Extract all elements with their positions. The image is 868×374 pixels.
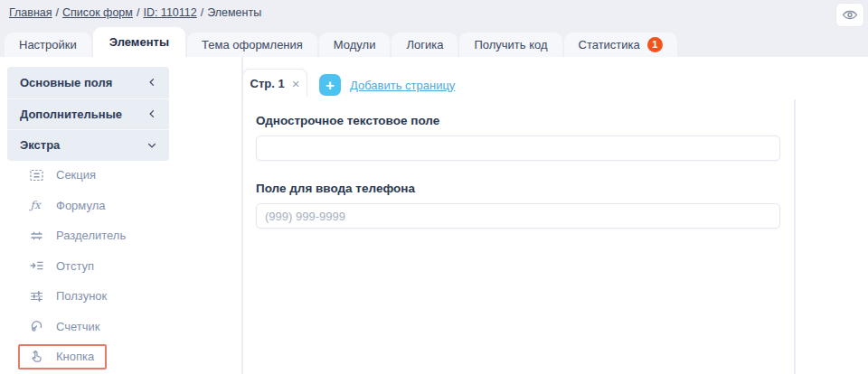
- sidebar-content-divider: [241, 57, 243, 374]
- group-label: Экстра: [20, 138, 60, 152]
- tab-settings[interactable]: Настройки: [5, 33, 91, 57]
- group-label: Дополнительные: [20, 108, 122, 121]
- breadcrumb-separator: /: [137, 6, 139, 19]
- content-right-divider: [794, 99, 796, 374]
- chevron-down-icon: [146, 140, 157, 151]
- item-label: Формула: [56, 199, 105, 212]
- breadcrumb: Главная/Список форм/ID: 110112/Элементы: [9, 6, 261, 19]
- add-page-group: + Добавить страницу: [319, 74, 455, 96]
- sidebar-item-slider[interactable]: Ползунок: [7, 281, 188, 312]
- single-line-text-input[interactable]: [256, 136, 780, 161]
- preview-button[interactable]: [835, 3, 864, 27]
- breadcrumb-link-form-id[interactable]: ID: 110112: [143, 6, 196, 19]
- chevron-left-icon: [146, 108, 157, 119]
- field-label: Поле для ввода телефона: [256, 182, 780, 195]
- main-tabbar: Настройки Элементы Тема оформления Модул…: [5, 27, 677, 57]
- counter-icon: [29, 319, 44, 333]
- breadcrumb-link-form-list[interactable]: Список форм: [62, 6, 133, 19]
- tab-label: Тема оформления: [202, 33, 303, 57]
- item-label: Ползунок: [56, 289, 107, 303]
- item-label: Секция: [56, 168, 96, 182]
- item-label: Кнопка: [56, 350, 94, 363]
- main-panel: Основные поля Дополнительные Экстра: [0, 57, 868, 374]
- item-label: Счетчик: [56, 320, 100, 333]
- phone-input[interactable]: [256, 203, 780, 229]
- group-label: Основные поля: [20, 76, 112, 89]
- breadcrumb-separator: /: [201, 6, 203, 19]
- sidebar-item-formula[interactable]: ƒx Формула: [7, 191, 188, 221]
- tab-theme[interactable]: Тема оформления: [187, 33, 317, 57]
- item-label: Разделитель: [56, 229, 126, 242]
- sidebar-group-extra[interactable]: Экстра: [7, 129, 169, 161]
- close-icon[interactable]: ×: [292, 76, 300, 91]
- tab-modules[interactable]: Модули: [319, 33, 391, 57]
- form-field-text: Однострочное текстовое поле: [256, 114, 780, 161]
- tab-label: Элементы: [109, 27, 169, 57]
- sidebar-item-indent[interactable]: Отступ: [7, 251, 188, 282]
- page-tab-1[interactable]: Стр. 1 ×: [242, 69, 307, 97]
- tab-statistics[interactable]: Статистика 1: [564, 33, 677, 57]
- section-icon: [29, 168, 44, 182]
- svg-text:ƒx: ƒx: [29, 199, 42, 211]
- tab-logic[interactable]: Логика: [392, 33, 458, 57]
- tab-label: Настройки: [19, 33, 77, 57]
- sidebar-group-additional[interactable]: Дополнительные: [7, 98, 169, 130]
- slider-icon: [29, 289, 44, 304]
- sidebar-group-basic-fields[interactable]: Основные поля: [7, 67, 169, 98]
- tab-elements[interactable]: Элементы: [93, 27, 185, 57]
- form-builder-app: Главная/Список форм/ID: 110112/Элементы …: [0, 0, 868, 374]
- sidebar-element-list: Секция ƒx Формула Разделитель: [7, 160, 188, 372]
- tab-get-code[interactable]: Получить код: [459, 33, 561, 57]
- item-label: Отступ: [56, 259, 94, 273]
- tab-label: Логика: [406, 33, 443, 57]
- page-tab-label: Стр. 1: [250, 77, 285, 90]
- sidebar-item-button[interactable]: Кнопка: [7, 341, 188, 372]
- chevron-left-icon: [146, 77, 157, 88]
- selected-element-highlight: Кнопка: [18, 344, 107, 369]
- button-icon: [29, 350, 44, 364]
- breadcrumb-separator: /: [56, 6, 59, 19]
- field-label: Однострочное текстовое поле: [256, 114, 780, 127]
- divider-icon: [29, 229, 44, 243]
- breadcrumb-link-home[interactable]: Главная: [9, 6, 52, 19]
- eye-icon: [842, 8, 858, 22]
- form-field-phone: Поле для ввода телефона: [256, 182, 780, 229]
- sidebar-groups: Основные поля Дополнительные Экстра: [7, 67, 169, 161]
- add-page-link[interactable]: Добавить страницу: [350, 79, 455, 92]
- sidebar-item-divider[interactable]: Разделитель: [7, 220, 188, 251]
- sidebar-item-counter[interactable]: Счетчик: [7, 312, 188, 342]
- tab-label: Получить код: [474, 33, 547, 57]
- indent-icon: [29, 258, 44, 273]
- statistics-badge: 1: [647, 37, 663, 52]
- formula-icon: ƒx: [29, 198, 44, 212]
- form-canvas: Однострочное текстовое поле Поле для вво…: [256, 114, 780, 249]
- plus-icon[interactable]: +: [319, 74, 341, 96]
- tab-label: Модули: [334, 33, 376, 57]
- sidebar-item-section[interactable]: Секция: [7, 160, 188, 191]
- tab-label: Статистика: [579, 33, 640, 57]
- breadcrumb-current: Элементы: [207, 6, 261, 19]
